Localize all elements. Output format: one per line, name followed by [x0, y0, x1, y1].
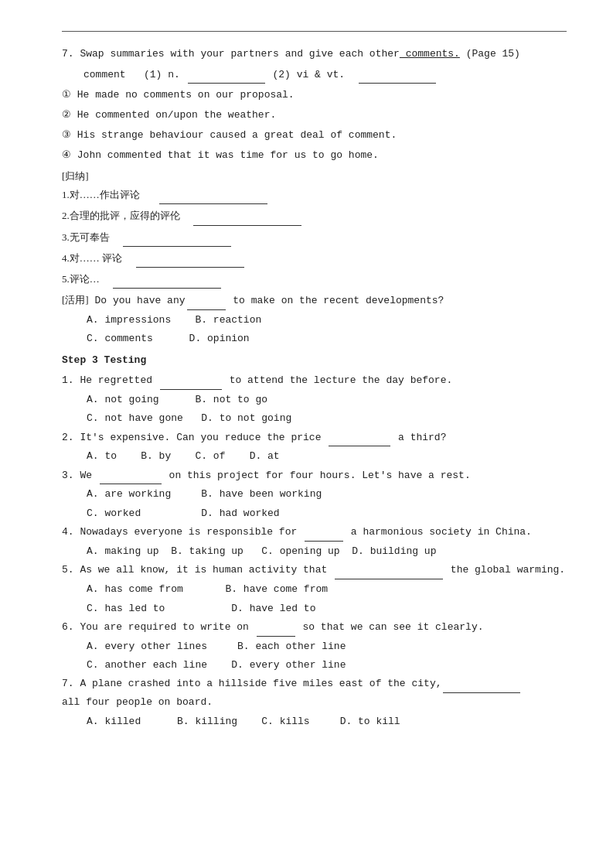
summary-item-1: 1.对……作出评论 — [62, 186, 567, 204]
question-2: 2. It's expensive. Can you reduce the pr… — [62, 429, 567, 466]
q3-text: 3. We on this project for four hours. Le… — [62, 466, 567, 485]
activity-question: [活用] Do you have any to make on the rece… — [62, 292, 567, 310]
question-3: 3. We on this project for four hours. Le… — [62, 466, 567, 523]
top-divider — [62, 31, 567, 32]
step3-title: Step 3 Testing — [62, 352, 567, 370]
blank-2 — [359, 66, 436, 84]
activity-options-1: A. impressions B. reaction — [62, 311, 567, 329]
q1-options-2: C. not have gone D. to not going — [62, 409, 567, 427]
item7-page: (Page 15) — [466, 48, 520, 60]
summary-item-4: 4.对…… 评论 — [62, 250, 567, 268]
example-2: ② He commented on/upon the weather. — [62, 107, 567, 124]
blank-q3 — [100, 466, 162, 485]
question-5: 5. As we all know, it is human activity … — [62, 561, 567, 617]
item7-section: 7. Swap summaries with your partners and… — [62, 46, 567, 165]
q2-options-1: A. to B. by C. of D. at — [62, 447, 567, 465]
summary-item-5: 5.评论… — [62, 271, 567, 289]
blank-s5 — [113, 271, 221, 289]
q5-text: 5. As we all know, it is human activity … — [62, 561, 567, 579]
q3-options-1: A. are working B. have been working — [62, 485, 567, 503]
item7-header: 7. Swap summaries with your partners and… — [62, 46, 567, 63]
blank-q6 — [257, 618, 295, 637]
q1-options-1: A. not going B. not to go — [62, 391, 567, 408]
q4-text: 4. Nowadays everyone is responsible for … — [62, 523, 567, 542]
activity-options-2: C. comments D. opinion — [62, 330, 567, 347]
q7-text2: all four people on board. — [62, 694, 567, 712]
blank-q5 — [335, 561, 443, 579]
question-4: 4. Nowadays everyone is responsible for … — [62, 523, 567, 560]
blank-q4 — [305, 523, 343, 542]
q6-options-1: A. every other lines B. each other line — [62, 637, 567, 655]
summary-item-2: 2.合理的批评，应得的评伦 — [62, 207, 567, 225]
summary-label: [归纳] — [62, 168, 567, 186]
blank-s2 — [193, 207, 301, 225]
blank-s1 — [159, 186, 267, 204]
q7-text: 7. A plane crashed into a hillside five … — [62, 675, 567, 693]
item7-underline: comments. — [400, 48, 460, 60]
summary-item-3: 3.无可奉告 — [62, 229, 567, 247]
blank-s3 — [123, 229, 231, 247]
q6-text: 6. You are required to write on so that … — [62, 618, 567, 637]
blank-activity — [187, 292, 226, 310]
q5-options-2: C. has led to D. have led to — [62, 600, 567, 617]
q5-options-1: A. has come from B. have come from — [62, 580, 567, 598]
step3-section: Step 3 Testing 1. He regretted to attend… — [62, 352, 567, 730]
example-4: ④ John commented that it was time for us… — [62, 147, 567, 164]
question-6: 6. You are required to write on so that … — [62, 618, 567, 675]
q3-options-2: C. worked D. had worked — [62, 504, 567, 522]
question-1: 1. He regretted to attend the lecture th… — [62, 371, 567, 428]
blank-s4 — [136, 250, 244, 268]
blank-q2 — [329, 429, 390, 447]
q2-text: 2. It's expensive. Can you reduce the pr… — [62, 429, 567, 447]
q6-options-2: C. another each line D. every other line — [62, 656, 567, 674]
item7-header-text: 7. Swap summaries with your partners and… — [62, 48, 400, 60]
example-1: ① He made no comments on our proposal. — [62, 87, 567, 104]
q4-options-1: A. making up B. taking up C. opening up … — [62, 542, 567, 560]
blank-1 — [188, 66, 265, 84]
activity-section: [活用] Do you have any to make on the rece… — [62, 292, 567, 348]
blank-q7 — [443, 675, 520, 693]
example-3: ③ His strange behaviour caused a great d… — [62, 127, 567, 144]
summary-section: [归纳] 1.对……作出评论 2.合理的批评，应得的评伦 3.无可奉告 4.对…… — [62, 168, 567, 289]
q7-options-1: A. killed B. killing C. kills D. to kill — [62, 713, 567, 730]
q1-text: 1. He regretted to attend the lecture th… — [62, 371, 567, 390]
item7-comment-line: comment (1) n. (2) vi & vt. — [62, 66, 567, 84]
question-7: 7. A plane crashed into a hillside five … — [62, 675, 567, 730]
blank-q1 — [160, 371, 222, 390]
